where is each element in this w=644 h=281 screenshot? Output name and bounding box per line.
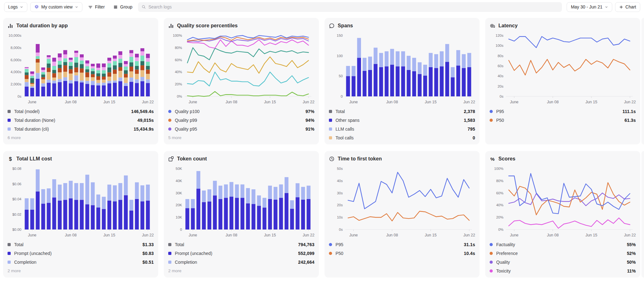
logs-dropdown-label: Logs xyxy=(8,4,18,9)
svg-text:$0.02: $0.02 xyxy=(12,213,21,216)
legend-item[interactable]: Completion$0.51 xyxy=(8,258,154,267)
svg-text:0s: 0s xyxy=(500,95,503,98)
show-more-link[interactable]: 6 more xyxy=(8,133,154,142)
svg-text:10,000s: 10,000s xyxy=(8,34,21,37)
legend-item[interactable]: Quality p10097% xyxy=(168,107,314,116)
logs-dropdown[interactable]: Logs xyxy=(4,2,27,12)
legend-item[interactable]: Prompt (uncached)$0.83 xyxy=(8,249,154,258)
add-chart-button[interactable]: Chart xyxy=(615,2,640,12)
show-more-link[interactable]: 2 more xyxy=(8,267,154,275)
chart-legend: Total2,378Other spans1,583LLM calls795To… xyxy=(329,107,475,142)
legend-label: Completion xyxy=(175,260,197,265)
legend-swatch xyxy=(168,119,171,122)
legend-label: Total xyxy=(175,242,184,247)
view-dropdown[interactable]: My custom view xyxy=(30,2,82,12)
filter-button-label: Filter xyxy=(95,4,105,9)
latency-chart[interactable]: 0s20s40s60s80s100s120sJuneJun 08Jun 15Ju… xyxy=(490,31,636,106)
svg-text:10s: 10s xyxy=(337,215,343,219)
legend-item[interactable]: P9531.1s xyxy=(329,240,475,249)
legend-item[interactable]: Toxicity11% xyxy=(490,267,636,275)
svg-text:4,000s: 4,000s xyxy=(10,70,21,74)
filter-icon xyxy=(88,5,93,9)
legend-value: 111.1s xyxy=(623,109,636,114)
svg-text:60s: 60s xyxy=(497,64,503,68)
show-more-link[interactable]: 2 more xyxy=(168,267,314,275)
svg-text:June: June xyxy=(28,233,36,237)
legend-swatch xyxy=(329,110,332,113)
svg-text:80%: 80% xyxy=(175,46,182,50)
svg-text:0: 0 xyxy=(341,95,343,98)
legend-item[interactable]: Prompt (uncached)552,099 xyxy=(168,249,314,258)
svg-text:Jun 15: Jun 15 xyxy=(103,233,115,237)
legend-swatch xyxy=(168,127,171,131)
legend-label: Tool calls xyxy=(336,135,354,140)
legend-swatch xyxy=(168,110,171,113)
svg-text:Jun 08: Jun 08 xyxy=(225,100,237,104)
scores-chart[interactable]: 0%20%40%60%80%100%JuneJun 08Jun 15Jun 22 xyxy=(490,164,636,240)
filter-button[interactable]: Filter xyxy=(85,2,108,12)
panel-token-count: Token count 010K20K30K40K50KJuneJun 08Ju… xyxy=(164,151,319,278)
legend-item[interactable]: Preference52% xyxy=(490,249,636,258)
legend-item[interactable]: LLM calls795 xyxy=(329,125,475,133)
time-to-first-token-chart[interactable]: 0s10s20s30s40s50sJuneJun 08Jun 15Jun 22 xyxy=(329,164,475,240)
panel-quality-score-percentiles: Quality score percentiles 0%20%40%60%80%… xyxy=(164,18,319,144)
legend-item[interactable]: Total2,378 xyxy=(329,107,475,116)
legend-label: Prompt (uncached) xyxy=(175,251,212,256)
svg-text:50s: 50s xyxy=(337,167,343,170)
search-input[interactable]: Search logs xyxy=(138,2,562,12)
panel-header: Time to first token xyxy=(329,155,475,162)
legend-item[interactable]: Total duration (None)49,015s xyxy=(8,116,154,125)
panel-time-to-first-token: Time to first token 0s10s20s30s40s50sJun… xyxy=(325,151,480,278)
llm-cost-chart[interactable]: $0.00$0.02$0.04$0.06$0.08JuneJun 08Jun 1… xyxy=(8,164,154,240)
legend-label: Completion xyxy=(14,260,36,265)
quality-percentiles-chart[interactable]: 0%20%40%60%80%100%JuneJun 08Jun 15Jun 22 xyxy=(168,31,314,106)
svg-text:30s: 30s xyxy=(337,191,343,195)
legend-item[interactable]: P95111.1s xyxy=(490,107,636,116)
legend-swatch xyxy=(490,269,493,273)
svg-text:Jun 22: Jun 22 xyxy=(303,233,314,237)
legend-item[interactable]: Quality50% xyxy=(490,258,636,267)
legend-item[interactable]: P5061.3s xyxy=(490,116,636,125)
legend-value: 97% xyxy=(305,109,314,114)
legend-item[interactable]: P5010.4s xyxy=(329,249,475,258)
panel-title: Total LLM cost xyxy=(16,156,52,162)
token-count-chart[interactable]: 010K20K30K40K50KJuneJun 08Jun 15Jun 22 xyxy=(168,164,314,240)
legend-value: 795 xyxy=(468,127,475,132)
group-button-label: Group xyxy=(120,4,132,9)
legend-swatch xyxy=(8,127,11,131)
total-duration-chart[interactable]: 0s2,000s4,000s6,000s8,000s10,000sJuneJun… xyxy=(8,31,154,106)
legend-swatch xyxy=(8,252,11,255)
snail-icon xyxy=(490,23,495,29)
panel-header: Token count xyxy=(168,155,314,162)
legend-item[interactable]: Factuality55% xyxy=(490,240,636,249)
legend-value: 49,015s xyxy=(137,118,154,123)
show-more-link[interactable]: 5 more xyxy=(168,133,314,142)
legend-label: Total duration (None) xyxy=(14,118,55,123)
spans-chart[interactable]: 050100150JuneJun 08Jun 15Jun 22 xyxy=(329,31,475,106)
date-range-picker[interactable]: May 30 - Jun 21 xyxy=(567,2,612,12)
legend-label: P95 xyxy=(336,242,343,247)
legend-item[interactable]: Completion242,664 xyxy=(168,258,314,267)
legend-item[interactable]: Tool calls0 xyxy=(329,133,475,142)
legend-value: 146,549.4s xyxy=(131,109,154,114)
panel-title: Time to first token xyxy=(338,156,382,162)
svg-text:Jun 22: Jun 22 xyxy=(303,100,314,104)
svg-text:50K: 50K xyxy=(176,167,182,170)
legend-item[interactable]: Total duration (cli)15,434.9s xyxy=(8,125,154,133)
chevron-down-icon xyxy=(75,5,78,9)
legend-item[interactable]: Total (model)146,549.4s xyxy=(8,107,154,116)
legend-value: 1,583 xyxy=(464,118,475,123)
svg-text:40s: 40s xyxy=(497,74,503,78)
legend-value: 31.1s xyxy=(464,242,475,247)
group-button[interactable]: Group xyxy=(110,2,135,12)
legend-label: Quality p99 xyxy=(175,118,197,123)
panel-header: Quality score percentiles xyxy=(168,22,314,29)
legend-item[interactable]: Total$1.33 xyxy=(8,240,154,249)
legend-item[interactable]: Total794,763 xyxy=(168,240,314,249)
legend-item[interactable]: Quality p9591% xyxy=(168,125,314,133)
legend-swatch xyxy=(329,119,332,122)
partial-panel xyxy=(641,18,644,144)
legend-item[interactable]: Quality p9994% xyxy=(168,116,314,125)
svg-text:Jun 08: Jun 08 xyxy=(386,233,398,237)
legend-item[interactable]: Other spans1,583 xyxy=(329,116,475,125)
